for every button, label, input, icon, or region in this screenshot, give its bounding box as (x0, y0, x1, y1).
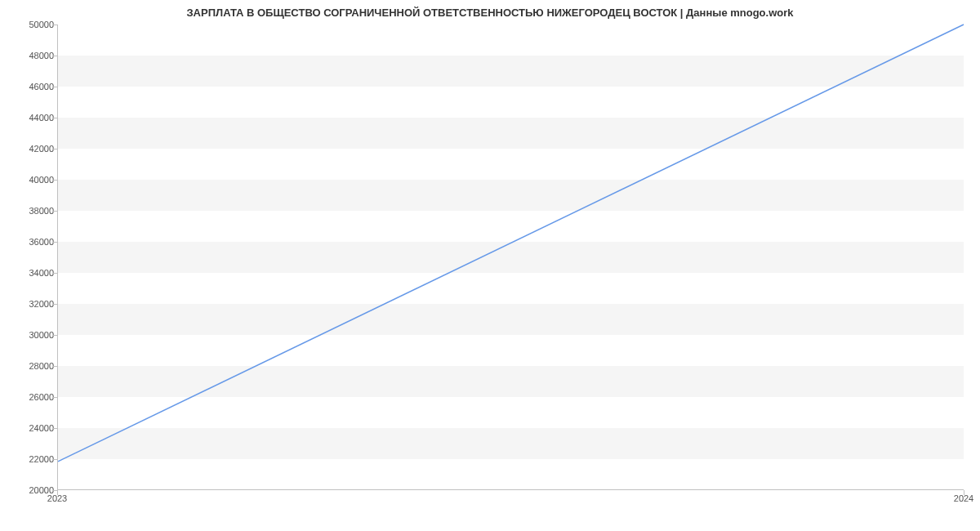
y-tick-label: 50000 (5, 20, 54, 29)
y-tick-mark (52, 273, 57, 274)
y-tick-label: 22000 (5, 454, 54, 464)
plot-area (57, 25, 964, 490)
y-tick-label: 34000 (5, 268, 54, 278)
y-tick-mark (52, 180, 57, 181)
y-tick-label: 44000 (5, 113, 54, 123)
y-tick-label: 46000 (5, 82, 54, 91)
y-tick-label: 40000 (5, 175, 54, 185)
y-tick-label: 26000 (5, 392, 54, 402)
y-tick-mark (52, 304, 57, 305)
y-tick-mark (52, 56, 57, 56)
y-tick-label: 28000 (5, 361, 54, 371)
y-tick-mark (52, 25, 57, 25)
y-tick-label: 42000 (5, 144, 54, 154)
y-tick-mark (52, 149, 57, 149)
y-tick-mark (52, 242, 57, 243)
line-series (58, 25, 964, 489)
y-tick-label: 48000 (5, 51, 54, 60)
y-tick-mark (52, 335, 57, 336)
y-tick-mark (52, 366, 57, 367)
y-tick-label: 32000 (5, 299, 54, 309)
y-tick-label: 36000 (5, 237, 54, 247)
y-tick-label: 38000 (5, 206, 54, 216)
y-tick-mark (52, 211, 57, 212)
y-tick-label: 24000 (5, 423, 54, 433)
y-tick-mark (52, 428, 57, 429)
y-tick-mark (52, 459, 57, 460)
x-tick-mark (57, 490, 58, 495)
y-tick-label: 30000 (5, 330, 54, 340)
y-tick-mark (52, 87, 57, 87)
series-line (58, 25, 964, 462)
chart-container: ЗАРПЛАТА В ОБЩЕСТВО СОГРАНИЧЕННОЙ ОТВЕТС… (0, 0, 980, 531)
y-tick-mark (52, 397, 57, 398)
chart-title: ЗАРПЛАТА В ОБЩЕСТВО СОГРАНИЧЕННОЙ ОТВЕТС… (0, 7, 980, 19)
x-tick-mark (964, 490, 964, 495)
y-tick-mark (52, 118, 57, 118)
